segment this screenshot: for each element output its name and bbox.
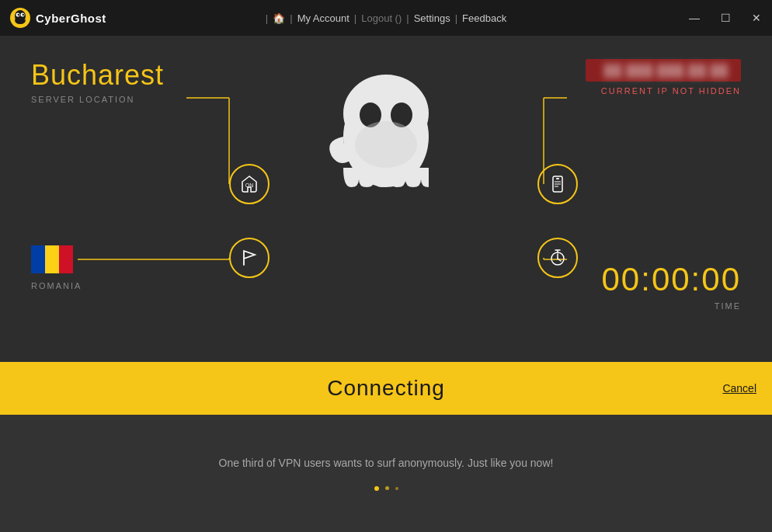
ghost-container	[301, 59, 471, 214]
logo-area: CyberGhost	[9, 7, 106, 29]
titlebar: CyberGhost | 🏠 | My Account | Logout () …	[0, 0, 772, 36]
right-panel: ██ ███.███.██.██ CURRENT IP NOT HIDDEN 0…	[586, 59, 741, 96]
loading-dots	[374, 486, 398, 491]
minimize-button[interactable]: —	[679, 0, 710, 36]
country-flag	[31, 245, 73, 273]
connecting-text: Connecting	[327, 376, 445, 401]
home-icon[interactable]: 🏠	[273, 12, 285, 24]
nav-separator4: |	[455, 12, 457, 24]
timer-svg	[548, 249, 567, 267]
svg-line-22	[558, 259, 561, 261]
svg-text:ON: ON	[245, 183, 254, 188]
country-name: ROMANIA	[31, 281, 82, 290]
flag-red	[59, 245, 73, 273]
flag-yellow	[45, 245, 59, 273]
timer-value: 00:00:00	[602, 261, 742, 298]
ghost-mascot	[324, 67, 448, 207]
flag-svg	[240, 249, 259, 267]
tag-svg: ON	[240, 175, 259, 193]
svg-point-4	[18, 14, 19, 16]
nav-divider: |	[266, 12, 268, 24]
timer-icon[interactable]	[537, 238, 578, 278]
connecting-banner: Connecting Cancel	[0, 362, 772, 415]
current-ip-bar: ██ ███.███.██.██	[586, 59, 741, 82]
maximize-button[interactable]: ☐	[710, 0, 741, 36]
logout-link[interactable]: Logout ()	[361, 12, 402, 24]
dot-1	[374, 486, 379, 491]
nav-separator3: |	[406, 12, 409, 24]
city-name: Bucharest	[31, 59, 249, 92]
time-label: TIME	[715, 301, 741, 311]
window-controls: — ☐ ✕	[679, 0, 772, 36]
server-location-label: SERVER LOCATION	[31, 95, 249, 104]
svg-rect-16	[556, 178, 559, 179]
nav-separator: |	[290, 12, 292, 24]
flag-icon[interactable]	[229, 238, 270, 278]
dot-3	[395, 487, 398, 490]
tag-icon[interactable]: ON	[229, 164, 270, 204]
left-panel: Bucharest SERVER LOCATION	[31, 59, 249, 104]
tip-text: One third of VPN users wants to surf ano…	[219, 457, 554, 469]
flag-blue	[31, 245, 45, 273]
bottom-panel: One third of VPN users wants to surf ano…	[0, 415, 772, 532]
settings-link[interactable]: Settings	[414, 12, 450, 24]
nav-separator2: |	[354, 12, 356, 24]
feedback-link[interactable]: Feedback	[462, 12, 506, 24]
main-content: Bucharest SERVER LOCATION ROMANIA ██ ███…	[0, 36, 772, 362]
ip-icon[interactable]	[537, 164, 578, 204]
svg-point-5	[23, 14, 24, 16]
dot-2	[385, 486, 389, 490]
my-account-link[interactable]: My Account	[297, 12, 349, 24]
current-ip-label: CURRENT IP NOT HIDDEN	[586, 86, 741, 96]
ip-svg	[549, 175, 566, 193]
nav-links: | 🏠 | My Account | Logout () | Settings …	[266, 12, 506, 24]
logo-text: CyberGhost	[36, 12, 106, 25]
cancel-button[interactable]: Cancel	[722, 382, 756, 395]
close-button[interactable]: ✕	[741, 0, 772, 36]
logo-icon	[9, 7, 31, 29]
svg-point-29	[355, 121, 417, 168]
current-ip-value: ██ ███.███.██.██	[598, 64, 729, 77]
